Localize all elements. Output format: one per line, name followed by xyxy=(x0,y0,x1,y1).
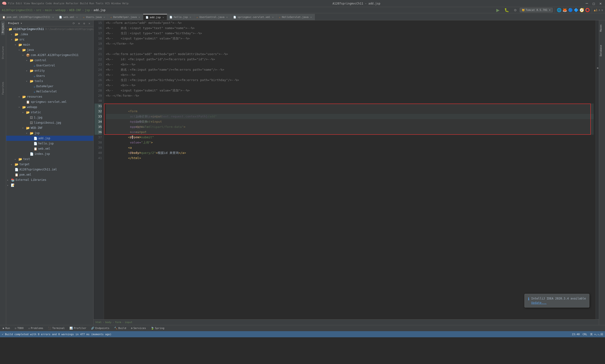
tab-helloservlet-close[interactable]: ✕ xyxy=(310,16,312,18)
maximize-btn[interactable]: □ xyxy=(591,2,596,5)
debug-btn[interactable]: 🐛 xyxy=(502,7,511,13)
tree-users[interactable]: ☕ Users xyxy=(6,73,93,78)
tab-users-close[interactable]: ✕ xyxy=(103,16,105,18)
favorites-tab[interactable]: Favorites xyxy=(1,80,5,96)
tree-jsp-folder[interactable]: ▾ 📂 jsp xyxy=(6,130,93,136)
popup-update-link[interactable]: Update... xyxy=(531,301,547,304)
tree-liangzibosui[interactable]: 🖼 liangzibosui.jpg xyxy=(6,120,93,125)
tree-springmvc-xml[interactable]: 📋 springmvc-servlet.xml xyxy=(6,99,93,104)
run-config-btn[interactable]: ⚙ xyxy=(512,8,519,13)
tab-webxml-close[interactable]: ✕ xyxy=(76,16,78,18)
tab-pom[interactable]: 📋 pom.xml (A1207springmvcCh11) ✕ xyxy=(0,14,57,20)
safari-icon[interactable]: 🧭 xyxy=(579,8,584,12)
bc-form[interactable]: form xyxy=(115,321,121,324)
tree-package[interactable]: ▾ 📦 com.A1207.A1207springmvcCh11 xyxy=(6,52,93,58)
code-editor[interactable]: 15 16 17 18 19 20 21 22 23 24 25 26 27 2… xyxy=(94,20,599,319)
collapse-all-icon[interactable]: ≡ xyxy=(77,21,81,26)
code-line-38: <a href="query/2">根据id 来查询</a> xyxy=(106,140,594,145)
tree-indexjsp[interactable]: 📄 index.jsp xyxy=(6,151,93,156)
tree-main[interactable]: ▾ 📂 main xyxy=(6,42,93,47)
tomcat-selector[interactable]: 🐱 Tomcat 8.5.781 ▾ xyxy=(520,8,553,12)
other-browser-icon[interactable]: ⭕ xyxy=(585,8,590,12)
firefox-icon[interactable]: 🦊 xyxy=(563,8,567,12)
tree-pomxml[interactable]: 📋 pom.xml xyxy=(6,172,93,177)
tree-static[interactable]: ▾ 📂 static xyxy=(6,110,93,115)
tree-webxml[interactable]: 📋 web.xml xyxy=(6,146,93,151)
tree-control[interactable]: ▾ 📂 control xyxy=(6,58,93,63)
todo-panel-btn[interactable]: ☑ TODO xyxy=(14,326,25,330)
code-line-30 xyxy=(106,98,594,104)
encoding[interactable]: 英 ✕,↓,回 xyxy=(590,333,603,336)
tab-pom-close[interactable]: ✕ xyxy=(52,16,54,18)
tree-iml[interactable]: 📄 A1207springmvcCh11.iml xyxy=(6,167,93,172)
hide-icon[interactable]: ✕ xyxy=(87,21,91,26)
notification-icon[interactable]: ▲1 xyxy=(594,8,598,12)
run-panel-btn[interactable]: ▶ Run xyxy=(2,326,11,330)
edge-icon[interactable]: 🔷 xyxy=(574,8,579,12)
services-panel-btn[interactable]: ⚙ Services xyxy=(130,326,147,330)
code-content[interactable]: <%--<form action="add" method="post">--%… xyxy=(104,20,595,319)
tree-hellojsp[interactable]: 📄 hello.jsp xyxy=(6,141,93,146)
tree-datehelper[interactable]: ☕ DateHelper xyxy=(6,84,93,89)
structure-tab[interactable]: Structure xyxy=(1,44,5,61)
spring-panel-btn[interactable]: 🍃 Spring xyxy=(150,326,166,330)
endpoints-panel-btn[interactable]: 🔗 Endpoints xyxy=(90,326,110,330)
tab-datehelper-close[interactable]: ✕ xyxy=(138,16,141,18)
tree-resources[interactable]: ▾ 📂 resources xyxy=(6,94,93,99)
tree-entity[interactable]: ▾ 📂 entity xyxy=(6,68,93,73)
scroll-indicator[interactable] xyxy=(595,20,599,319)
line-ending[interactable]: CRL xyxy=(582,333,587,336)
tab-addjsp-close[interactable]: ✕ xyxy=(162,16,165,19)
tree-test[interactable]: ▸ 📂 test xyxy=(6,156,93,162)
tree-tools[interactable]: ▾ 📂 tools xyxy=(6,78,93,84)
problems-panel-btn[interactable]: ⚠ Problems xyxy=(27,326,44,330)
tab-addjsp[interactable]: 📄 add.jsp ✕ xyxy=(143,14,167,20)
tree-webinf[interactable]: ▾ 📂 WEB-INF xyxy=(6,125,93,130)
ie-icon[interactable]: 🔵 xyxy=(568,8,573,12)
database-tab[interactable]: Database xyxy=(599,43,605,58)
tree-idea[interactable]: ▸ 📂 .idea xyxy=(6,32,93,37)
tab-helloservlet[interactable]: ☕ HelloServlet.java ✕ xyxy=(277,14,315,20)
tree-addjsp[interactable]: 📄 add.jsp xyxy=(6,136,93,141)
tree-java[interactable]: ▾ 📂 java xyxy=(6,47,93,52)
expand-btn[interactable]: ∧ xyxy=(598,8,600,12)
bc-html[interactable]: html xyxy=(95,321,102,324)
tab-users[interactable]: ☕ Users.java ✕ xyxy=(81,14,108,20)
maven-tab[interactable]: Maven xyxy=(599,23,605,34)
tree-root[interactable]: ▾ 📁 A1207springmvcCh11 D:\JavaEnterprise… xyxy=(6,26,93,32)
tab-webxml[interactable]: 📄 web.xml ✕ xyxy=(57,14,81,20)
run-btn[interactable]: ▶ xyxy=(494,7,502,13)
breadcrumb-project[interactable]: A1207springmvcCh11 xyxy=(2,9,33,12)
tree-1jpg[interactable]: 🖼 1.jpg xyxy=(6,115,93,120)
tab-springmvc[interactable]: 📄 springmvc-servlet.xml ✕ xyxy=(231,14,277,20)
minimize-btn[interactable]: ─ xyxy=(584,1,589,6)
collapse-btn[interactable]: ∨ xyxy=(601,8,603,12)
sync-icon[interactable]: ⟳ xyxy=(72,21,76,26)
project-tab[interactable]: Project xyxy=(1,21,5,35)
code-line-20 xyxy=(106,46,594,52)
tab-usercontrol-close[interactable]: ✕ xyxy=(226,16,228,18)
profiler-panel-btn[interactable]: 📊 Profiler xyxy=(68,326,87,330)
tab-hellojsp-close[interactable]: ✕ xyxy=(189,16,192,18)
tab-datehelper[interactable]: ☕ DateHelper.java ✕ xyxy=(108,14,143,20)
build-panel-btn[interactable]: 🔨 Build xyxy=(113,326,127,330)
bc-input[interactable]: input xyxy=(125,321,132,324)
tab-hellojsp[interactable]: 📄 hello.jsp ✕ xyxy=(167,14,194,20)
code-line-22: <%-- id: <fm:input path="id"/><fm:errors… xyxy=(106,57,594,62)
tree-target[interactable]: ▸ 📂 target xyxy=(6,162,93,167)
bc-body[interactable]: body xyxy=(105,321,112,324)
time-indicator[interactable]: 23:40 xyxy=(572,333,580,336)
tree-scratches[interactable]: ▸ 📝 xyxy=(6,182,93,188)
tab-usercontrol[interactable]: ☕ UserControl.java ✕ xyxy=(194,14,231,20)
tree-helloservlet[interactable]: ☕ HelloServlet xyxy=(6,89,93,94)
tab-springmvc-close[interactable]: ✕ xyxy=(272,16,274,18)
settings-icon[interactable]: ⚙ xyxy=(82,21,86,26)
close-btn[interactable]: ✕ xyxy=(598,1,603,6)
tree-usercontrol[interactable]: ☕ UserControl xyxy=(6,63,93,68)
tree-src[interactable]: ▾ 📂 src xyxy=(6,37,93,42)
title-bar: 🧠 File Edit View Navigate Code Analyze R… xyxy=(0,0,605,7)
tree-webapp[interactable]: ▾ 📂 webapp xyxy=(6,104,93,110)
chrome-icon[interactable]: 🌐 xyxy=(557,8,562,12)
tree-external-libs[interactable]: ▸ 📚 External Libraries xyxy=(6,177,93,182)
terminal-panel-btn[interactable]: ⬛ Terminal xyxy=(47,326,66,330)
